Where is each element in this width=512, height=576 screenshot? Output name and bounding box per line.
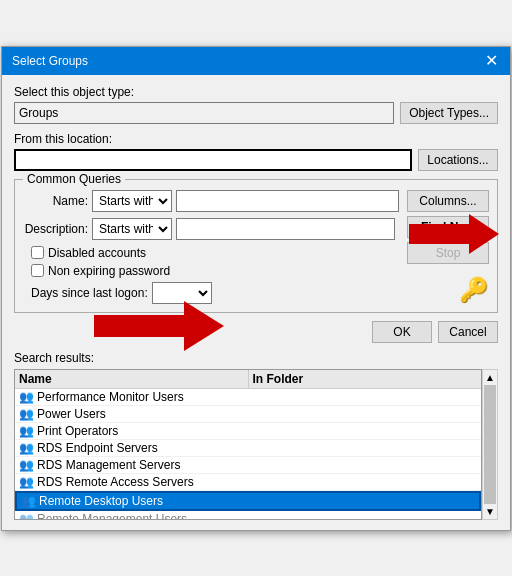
svg-marker-0 <box>409 214 499 254</box>
svg-marker-1 <box>94 301 224 351</box>
result-row[interactable]: 👥 RDS Remote Access Servers <box>15 474 481 491</box>
desc-starts-with-select[interactable]: Starts with <box>92 218 172 240</box>
ok-cancel-row: OK Cancel <box>14 321 498 343</box>
result-row[interactable]: 👥 RDS Endpoint Servers <box>15 440 481 457</box>
arrow-right-icon <box>409 214 499 254</box>
select-groups-dialog: Select Groups ✕ Select this object type:… <box>1 46 511 531</box>
desc-query-row: Description: Starts with <box>23 218 399 240</box>
results-outer-wrapper: Name In Folder 👥 Performance Monitor Use… <box>14 369 498 520</box>
result-name-cell: 👥 Remote Management Users <box>19 512 248 519</box>
search-results-label: Search results: <box>14 351 498 365</box>
scroll-up-arrow[interactable]: ▲ <box>485 372 495 383</box>
result-name-cell: 👥 RDS Endpoint Servers <box>19 441 248 455</box>
object-type-label: Select this object type: <box>14 85 498 99</box>
common-queries-groupbox: Common Queries Name: Starts with <box>14 179 498 313</box>
result-name-cell: 👥 Print Operators <box>19 424 248 438</box>
dialog-body: Select this object type: Object Types...… <box>2 75 510 530</box>
common-queries-label: Common Queries <box>23 172 125 186</box>
results-rows: 👥 Performance Monitor Users 👥 Power User… <box>15 389 481 519</box>
results-scrollbar[interactable]: ▲ ▼ <box>482 369 498 520</box>
name-query-label: Name: <box>23 194 88 208</box>
col-name-header: Name <box>15 370 249 388</box>
object-types-button[interactable]: Object Types... <box>400 102 498 124</box>
disabled-accounts-row: Disabled accounts <box>31 246 399 260</box>
result-row[interactable]: 👥 RDS Management Servers <box>15 457 481 474</box>
location-label: From this location: <box>14 132 498 146</box>
query-and-buttons: Name: Starts with Description: Starts wi… <box>23 190 489 304</box>
scroll-thumb[interactable] <box>484 385 496 504</box>
result-row[interactable]: 👥 Print Operators <box>15 423 481 440</box>
result-name-text: Remote Desktop Users <box>39 494 163 508</box>
group-icon: 👥 <box>19 475 34 489</box>
queries-container: Name: Starts with Description: Starts wi… <box>23 190 489 304</box>
group-icon: 👥 <box>21 494 36 508</box>
days-label: Days since last logon: <box>31 286 148 300</box>
result-name-cell: 👥 Remote Desktop Users <box>21 494 248 508</box>
cancel-button[interactable]: Cancel <box>438 321 498 343</box>
location-input[interactable] <box>14 149 412 171</box>
scroll-down-arrow[interactable]: ▼ <box>485 506 495 517</box>
key-icon: 🔑 <box>459 276 489 304</box>
result-name-cell: 👥 RDS Remote Access Servers <box>19 475 248 489</box>
result-name-text: Print Operators <box>37 424 118 438</box>
result-row-selected[interactable]: 👥 Remote Desktop Users <box>15 491 481 511</box>
result-name-text: RDS Remote Access Servers <box>37 475 194 489</box>
query-fields: Name: Starts with Description: Starts wi… <box>23 190 399 304</box>
result-name-text: Power Users <box>37 407 106 421</box>
group-icon: 👥 <box>19 512 34 519</box>
locations-button[interactable]: Locations... <box>418 149 498 171</box>
object-type-input[interactable] <box>14 102 394 124</box>
non-expiring-row: Non expiring password <box>31 264 399 278</box>
title-bar: Select Groups ✕ <box>2 47 510 75</box>
location-row: Locations... <box>14 149 498 171</box>
result-name-cell: 👥 RDS Management Servers <box>19 458 248 472</box>
results-table-container: Name In Folder 👥 Performance Monitor Use… <box>14 369 482 520</box>
group-icon: 👥 <box>19 407 34 421</box>
arrow-ok-icon <box>94 301 224 351</box>
group-icon: 👥 <box>19 424 34 438</box>
result-name-text: Performance Monitor Users <box>37 390 184 404</box>
non-expiring-label: Non expiring password <box>48 264 170 278</box>
columns-button[interactable]: Columns... <box>407 190 489 212</box>
disabled-accounts-checkbox[interactable] <box>31 246 44 259</box>
name-starts-with-select[interactable]: Starts with <box>92 190 172 212</box>
result-row[interactable]: 👥 Remote Management Users <box>15 511 481 519</box>
result-name-cell: 👥 Power Users <box>19 407 248 421</box>
result-name-cell: 👥 Performance Monitor Users <box>19 390 248 404</box>
non-expiring-checkbox[interactable] <box>31 264 44 277</box>
result-name-text: RDS Management Servers <box>37 458 180 472</box>
result-row[interactable]: 👥 Power Users <box>15 406 481 423</box>
col-folder-header: In Folder <box>249 370 482 388</box>
close-button[interactable]: ✕ <box>483 53 500 69</box>
name-query-input[interactable] <box>176 190 399 212</box>
ok-button[interactable]: OK <box>372 321 432 343</box>
results-header: Name In Folder <box>15 370 481 389</box>
group-icon: 👥 <box>19 458 34 472</box>
result-name-text: Remote Management Users <box>37 512 187 519</box>
result-row[interactable]: 👥 Performance Monitor Users <box>15 389 481 406</box>
desc-query-label: Description: <box>23 222 88 236</box>
group-icon: 👥 <box>19 441 34 455</box>
disabled-accounts-label: Disabled accounts <box>48 246 146 260</box>
object-type-row: Object Types... <box>14 102 498 124</box>
result-name-text: RDS Endpoint Servers <box>37 441 158 455</box>
desc-query-input[interactable] <box>176 218 395 240</box>
dialog-title: Select Groups <box>12 54 88 68</box>
group-icon: 👥 <box>19 390 34 404</box>
name-query-row: Name: Starts with <box>23 190 399 212</box>
